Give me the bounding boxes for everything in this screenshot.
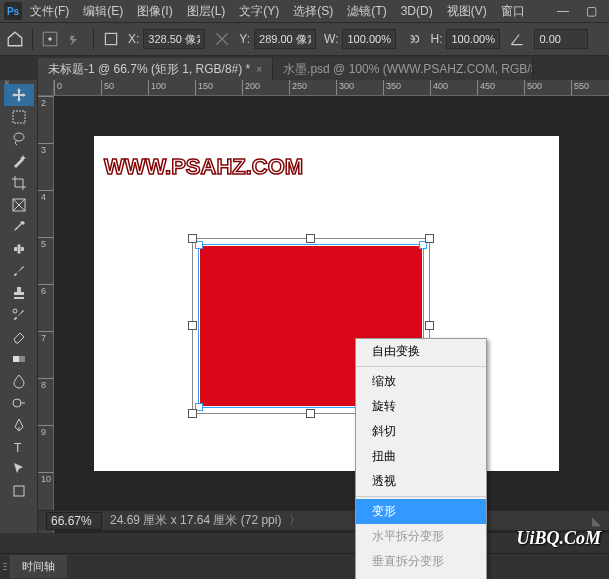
menu-window[interactable]: 窗口 bbox=[495, 1, 531, 22]
svg-rect-8 bbox=[17, 245, 20, 254]
transform-handle-sw[interactable] bbox=[188, 409, 197, 418]
tab-title: 水墨.psd @ 100% (WWW.PSAHZ.COM, RGB/8... bbox=[283, 61, 533, 78]
w-input[interactable] bbox=[342, 29, 396, 49]
svg-point-4 bbox=[14, 133, 24, 141]
history-brush-tool[interactable] bbox=[4, 304, 34, 326]
brush-tool[interactable] bbox=[4, 260, 34, 282]
menu-edit[interactable]: 编辑(E) bbox=[77, 1, 129, 22]
ref-point-icon[interactable] bbox=[41, 30, 59, 48]
svg-point-9 bbox=[13, 309, 17, 313]
site-watermark: UiBQ.CoM bbox=[516, 528, 601, 549]
swap-xy-icon[interactable] bbox=[213, 30, 231, 48]
ctx-hsplit: 水平拆分变形 bbox=[356, 524, 486, 549]
ctx-skew[interactable]: 斜切 bbox=[356, 419, 486, 444]
h-input[interactable] bbox=[446, 29, 500, 49]
ctx-vsplit: 垂直拆分变形 bbox=[356, 549, 486, 574]
menu-view[interactable]: 视图(V) bbox=[441, 1, 493, 22]
transform-context-menu: 自由变换 缩放 旋转 斜切 扭曲 透视 变形 水平拆分变形 垂直拆分变形 交叉拆… bbox=[355, 338, 487, 579]
ctx-warp[interactable]: 变形 bbox=[356, 499, 486, 524]
gradient-tool[interactable] bbox=[4, 348, 34, 370]
ruler-horizontal[interactable]: 050100150200250300350400450500550 bbox=[54, 80, 609, 96]
transform-handle-ne[interactable] bbox=[425, 234, 434, 243]
y-label: Y: bbox=[239, 32, 250, 46]
y-input[interactable] bbox=[254, 29, 316, 49]
path-select-tool[interactable] bbox=[4, 458, 34, 480]
h-label: H: bbox=[430, 32, 442, 46]
ctx-distort[interactable]: 扭曲 bbox=[356, 444, 486, 469]
dodge-tool[interactable] bbox=[4, 392, 34, 414]
menu-select[interactable]: 选择(S) bbox=[287, 1, 339, 22]
menu-file[interactable]: 文件(F) bbox=[24, 1, 75, 22]
resize-grip-icon[interactable]: ◣ bbox=[592, 514, 601, 528]
heal-tool[interactable] bbox=[4, 238, 34, 260]
ctx-rotate[interactable]: 旋转 bbox=[356, 394, 486, 419]
menu-type[interactable]: 文字(Y) bbox=[233, 1, 285, 22]
link-wh-icon[interactable] bbox=[404, 30, 422, 48]
menu-filter[interactable]: 滤镜(T) bbox=[341, 1, 392, 22]
svg-point-1 bbox=[48, 37, 51, 40]
ctx-free-transform[interactable]: 自由变换 bbox=[356, 339, 486, 364]
doc-dimensions: 24.69 厘米 x 17.64 厘米 (72 ppi) bbox=[110, 512, 281, 529]
ctx-separator bbox=[356, 496, 486, 497]
ctx-scale[interactable]: 缩放 bbox=[356, 369, 486, 394]
frame-tool[interactable] bbox=[4, 194, 34, 216]
transform-handle-e[interactable] bbox=[425, 321, 434, 330]
shape-tool[interactable] bbox=[4, 480, 34, 502]
svg-rect-14 bbox=[14, 486, 24, 496]
transform-handle-w[interactable] bbox=[188, 321, 197, 330]
angle-icon[interactable] bbox=[508, 30, 526, 48]
pen-tool[interactable] bbox=[4, 414, 34, 436]
blur-tool[interactable] bbox=[4, 370, 34, 392]
tab-close-icon[interactable]: × bbox=[256, 64, 262, 75]
transform-handle-nw[interactable] bbox=[188, 234, 197, 243]
maximize-button[interactable]: ▢ bbox=[577, 2, 605, 20]
w-label: W: bbox=[324, 32, 338, 46]
ruler-origin[interactable] bbox=[38, 80, 54, 96]
wand-tool[interactable] bbox=[4, 150, 34, 172]
lasso-tool[interactable] bbox=[4, 128, 34, 150]
stamp-tool[interactable] bbox=[4, 282, 34, 304]
transform-handle-n[interactable] bbox=[306, 234, 315, 243]
ctx-separator bbox=[356, 366, 486, 367]
crop-tool[interactable] bbox=[4, 172, 34, 194]
menu-layer[interactable]: 图层(L) bbox=[181, 1, 232, 22]
tab-title: 未标题-1 @ 66.7% (矩形 1, RGB/8#) * bbox=[48, 61, 250, 78]
svg-point-12 bbox=[13, 399, 21, 407]
svg-rect-3 bbox=[13, 111, 25, 123]
svg-text:T: T bbox=[14, 441, 22, 455]
minimize-button[interactable]: — bbox=[549, 2, 577, 20]
menu-image[interactable]: 图像(I) bbox=[131, 1, 178, 22]
type-tool[interactable]: T bbox=[4, 436, 34, 458]
rotation-input[interactable] bbox=[534, 29, 588, 49]
panel-grip-icon[interactable] bbox=[0, 554, 10, 580]
relative-icon[interactable] bbox=[67, 30, 85, 48]
svg-rect-2 bbox=[105, 33, 116, 44]
doc-tab-1[interactable]: 未标题-1 @ 66.7% (矩形 1, RGB/8#) * × bbox=[38, 58, 273, 80]
document-canvas[interactable]: WWW.PSAHZ.COM bbox=[94, 136, 559, 471]
ruler-vertical[interactable]: 234567891011 bbox=[38, 96, 54, 533]
status-chevron-icon[interactable]: 〉 bbox=[289, 512, 301, 529]
eraser-tool[interactable] bbox=[4, 326, 34, 348]
home-icon[interactable] bbox=[6, 30, 24, 48]
svg-rect-11 bbox=[13, 356, 19, 362]
x-input[interactable] bbox=[143, 29, 205, 49]
eyedropper-tool[interactable] bbox=[4, 216, 34, 238]
zoom-input[interactable] bbox=[46, 512, 102, 530]
move-tool[interactable] bbox=[4, 84, 34, 106]
ps-logo: Ps bbox=[4, 2, 22, 20]
bounds-icon[interactable] bbox=[102, 30, 120, 48]
canvas-viewport[interactable]: WWW.PSAHZ.COM bbox=[54, 96, 609, 533]
x-label: X: bbox=[128, 32, 139, 46]
timeline-tab[interactable]: 时间轴 bbox=[10, 555, 67, 578]
marquee-tool[interactable] bbox=[4, 106, 34, 128]
ctx-perspective[interactable]: 透视 bbox=[356, 469, 486, 494]
watermark-text: WWW.PSAHZ.COM bbox=[104, 154, 303, 180]
transform-handle-s[interactable] bbox=[306, 409, 315, 418]
doc-tab-2[interactable]: 水墨.psd @ 100% (WWW.PSAHZ.COM, RGB/8... × bbox=[273, 58, 533, 80]
menu-3d[interactable]: 3D(D) bbox=[395, 2, 439, 20]
ctx-xsplit: 交叉拆分变形 bbox=[356, 574, 486, 579]
